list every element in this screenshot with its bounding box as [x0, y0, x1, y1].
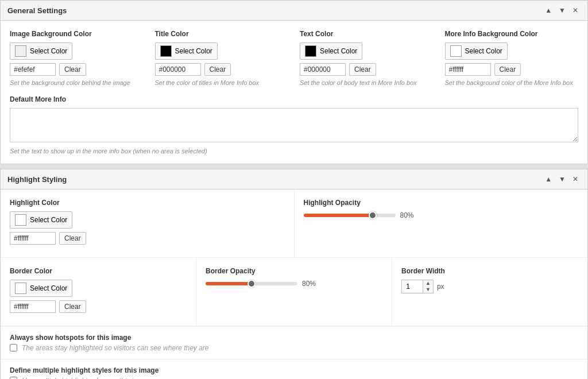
title-color-clear-btn[interactable]: Clear — [204, 63, 231, 76]
more-info-bg-clear-btn[interactable]: Clear — [494, 63, 521, 76]
border-opacity-slider: 80% — [206, 280, 382, 288]
image-bg-color-field: Image Background Color Select Color Clea… — [10, 30, 144, 86]
general-settings-controls: ▲ ▼ ✕ — [543, 5, 581, 16]
title-color-hex-input[interactable] — [155, 63, 201, 76]
border-color-clear-btn[interactable]: Clear — [59, 300, 86, 313]
highlight-color-swatch — [15, 214, 26, 226]
border-color-label: Border Color — [10, 267, 187, 275]
highlight-color-select-btn[interactable]: Select Color — [10, 211, 72, 229]
border-color-select-btn[interactable]: Select Color — [10, 280, 72, 297]
image-bg-clear-btn[interactable]: Clear — [59, 63, 86, 76]
section-divider — [0, 164, 588, 169]
highlight-color-label: Highlight Color — [10, 199, 285, 207]
border-opacity-track[interactable] — [206, 282, 297, 285]
title-color-field: Title Color Select Color Clear Set the c… — [155, 30, 289, 86]
define-multiple-styles-content: Use multiple highlight colors on this im… — [10, 377, 578, 379]
text-color-field: Text Color Select Color Clear Set the co… — [300, 30, 434, 86]
general-settings-header: General Settings ▲ ▼ ✕ — [1, 1, 587, 21]
border-opacity-value: 80% — [302, 280, 316, 288]
border-width-row: ▲ ▼ px — [401, 280, 578, 293]
border-width-input[interactable] — [402, 281, 423, 292]
define-multiple-styles-row: Define multiple highlight styles for thi… — [1, 359, 587, 379]
border-color-swatch — [15, 283, 26, 294]
highlight-styling-down-btn[interactable]: ▼ — [556, 174, 568, 184]
more-info-bg-btn-label: Select Color — [465, 47, 502, 55]
general-settings-panel: General Settings ▲ ▼ ✕ Image Background … — [0, 0, 588, 164]
more-info-bg-hex-input[interactable] — [445, 63, 491, 76]
always-show-hotspots-content: The areas stay highlighted so visitors c… — [10, 344, 578, 352]
image-bg-btn-label: Select Color — [30, 47, 67, 55]
highlight-styling-title: Highlight Styling — [7, 175, 67, 184]
highlight-styling-controls: ▲ ▼ ✕ — [543, 174, 581, 184]
highlight-opacity-slider: 80% — [304, 211, 579, 219]
highlight-color-col: Highlight Color Select Color Clear — [1, 190, 294, 257]
title-color-hint: Set the color of titles in More Info box — [155, 79, 289, 86]
border-color-btn-label: Select Color — [30, 284, 67, 292]
highlight-opacity-col: Highlight Opacity 80% — [294, 190, 588, 257]
text-color-hex-input[interactable] — [300, 63, 346, 76]
always-show-hotspots-row: Always show hotspots for this image The … — [1, 326, 587, 359]
border-width-up-btn[interactable]: ▲ — [423, 280, 433, 287]
image-bg-swatch — [15, 45, 26, 57]
title-color-btn-label: Select Color — [175, 47, 212, 55]
title-color-value-row: Clear — [155, 63, 289, 76]
default-more-info-textarea[interactable] — [10, 108, 578, 142]
general-settings-body: Image Background Color Select Color Clea… — [1, 21, 587, 164]
title-color-swatch — [160, 45, 172, 57]
highlight-color-value-row: Clear — [10, 232, 285, 245]
more-info-bg-hint: Set the background color of the More Inf… — [445, 79, 579, 86]
highlight-styling-header: Highlight Styling ▲ ▼ ✕ — [1, 169, 587, 190]
always-show-hotspots-checkbox[interactable] — [10, 344, 17, 351]
always-show-hotspots-title: Always show hotspots for this image — [10, 334, 578, 342]
define-multiple-styles-label: Use multiple highlight colors on this im… — [22, 377, 150, 379]
color-row: Image Background Color Select Color Clea… — [10, 30, 578, 86]
highlight-color-clear-btn[interactable]: Clear — [59, 232, 86, 245]
border-width-unit: px — [437, 283, 444, 291]
border-color-value-row: Clear — [10, 300, 187, 313]
text-color-clear-btn[interactable]: Clear — [349, 63, 376, 76]
more-info-bg-value-row: Clear — [445, 63, 579, 76]
general-settings-close-btn[interactable]: ✕ — [570, 5, 581, 16]
highlight-opacity-value: 80% — [400, 211, 414, 219]
general-settings-up-btn[interactable]: ▲ — [543, 5, 554, 16]
more-info-bg-select-btn[interactable]: Select Color — [445, 42, 508, 60]
highlight-styling-up-btn[interactable]: ▲ — [543, 174, 554, 184]
highlight-opacity-thumb[interactable] — [369, 211, 377, 219]
border-opacity-col: Border Opacity 80% — [196, 258, 392, 326]
highlight-color-hex-input[interactable] — [10, 232, 56, 245]
border-color-hex-input[interactable] — [10, 300, 56, 313]
text-color-label: Text Color — [300, 30, 434, 38]
highlight-opacity-fill — [304, 214, 373, 217]
border-row: Border Color Select Color Clear Border O… — [1, 258, 587, 326]
highlight-opacity-label: Highlight Opacity — [304, 199, 579, 207]
title-color-label: Title Color — [155, 30, 289, 38]
border-color-col: Border Color Select Color Clear — [1, 258, 196, 326]
default-more-info-hint: Set the text to show up in the more info… — [10, 148, 578, 154]
default-more-info-label: Default More Info — [10, 95, 578, 103]
text-color-select-btn[interactable]: Select Color — [300, 42, 362, 60]
border-width-col: Border Width ▲ ▼ px — [392, 258, 587, 326]
border-opacity-fill — [206, 282, 252, 285]
always-show-hotspots-label: The areas stay highlighted so visitors c… — [22, 344, 209, 352]
title-color-select-btn[interactable]: Select Color — [155, 42, 218, 60]
image-bg-hint: Set the background color behind the imag… — [10, 79, 144, 86]
more-info-bg-color-field: More Info Background Color Select Color … — [445, 30, 579, 86]
define-multiple-styles-title: Define multiple highlight styles for thi… — [10, 366, 578, 374]
border-opacity-label: Border Opacity — [206, 267, 382, 275]
border-width-spinners: ▲ ▼ — [423, 280, 433, 293]
image-bg-hex-input[interactable] — [10, 63, 56, 76]
border-width-label: Border Width — [401, 267, 578, 275]
highlight-opacity-track[interactable] — [304, 214, 396, 217]
image-bg-select-btn[interactable]: Select Color — [10, 42, 72, 60]
general-settings-down-btn[interactable]: ▼ — [556, 5, 568, 16]
border-width-down-btn[interactable]: ▼ — [423, 287, 433, 293]
text-color-value-row: Clear — [300, 63, 434, 76]
general-settings-title: General Settings — [7, 6, 67, 15]
text-color-btn-label: Select Color — [320, 47, 357, 55]
border-width-input-wrap: ▲ ▼ — [401, 280, 434, 293]
define-multiple-styles-checkbox[interactable] — [10, 377, 17, 379]
highlight-color-opacity-row: Highlight Color Select Color Clear Highl… — [1, 190, 587, 258]
highlight-styling-close-btn[interactable]: ✕ — [570, 174, 581, 184]
border-opacity-thumb[interactable] — [247, 280, 256, 288]
more-info-bg-label: More Info Background Color — [445, 30, 579, 38]
